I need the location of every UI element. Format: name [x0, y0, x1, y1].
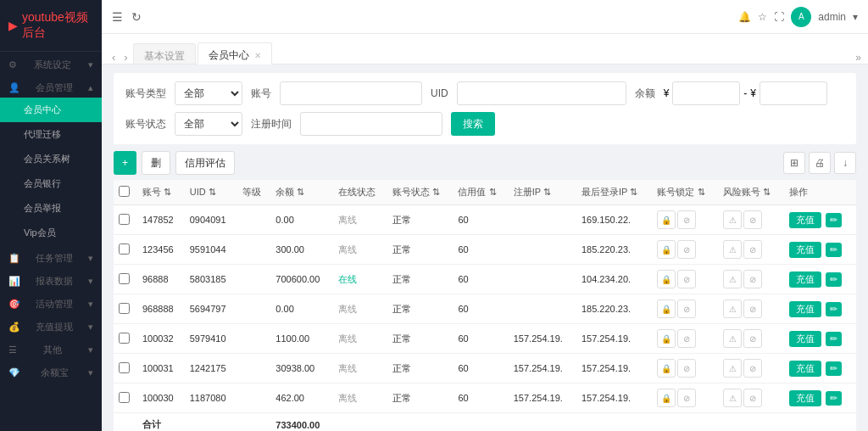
menu-toggle-icon[interactable]: ☰ — [112, 10, 123, 24]
sidebar-item-agent-transfer[interactable]: 代理迁移 — [0, 122, 102, 147]
unlock-icon-4[interactable]: ⊘ — [677, 329, 696, 348]
norisk-icon-0[interactable]: ⊘ — [743, 210, 762, 229]
risk-icon-5[interactable]: ⚠ — [723, 359, 742, 378]
sidebar-item-activity-management[interactable]: 🎯 活动管理 ▾ — [0, 291, 102, 314]
tab-basic-settings[interactable]: 基本设置 — [133, 43, 196, 64]
toolbar-right: ⊞ 🖨 ↓ — [783, 152, 856, 174]
table-row: 96888 5803185 700600.00 在线 正常 60 104.234… — [114, 265, 856, 294]
cell-uid-0: 0904091 — [185, 205, 238, 235]
risk-icon-0[interactable]: ⚠ — [723, 210, 742, 229]
unlock-icon-6[interactable]: ⊘ — [677, 389, 696, 407]
edit-btn-5[interactable]: ✏ — [826, 361, 842, 376]
row-checkbox-3[interactable] — [119, 303, 130, 314]
recharge-btn-6[interactable]: 充值 — [789, 390, 821, 406]
sidebar-item-member-management[interactable]: 👤 会员管理 ▴ — [0, 75, 102, 98]
print-icon[interactable]: 🖨 — [809, 152, 831, 174]
row-checkbox-6[interactable] — [119, 392, 130, 403]
lock-icon-0[interactable]: 🔒 — [657, 210, 676, 229]
risk-icon-3[interactable]: ⚠ — [723, 299, 742, 318]
comment-button[interactable]: 信用评估 — [175, 151, 235, 175]
risk-icon-2[interactable]: ⚠ — [723, 270, 742, 288]
norisk-icon-3[interactable]: ⊘ — [743, 299, 762, 318]
star-icon[interactable]: ☆ — [758, 11, 767, 23]
cell-risk-0: ⚠ ⊘ — [718, 205, 784, 235]
sidebar-item-vip-member[interactable]: Vip会员 — [0, 221, 102, 245]
recharge-btn-0[interactable]: 充值 — [789, 212, 821, 228]
risk-icon-6[interactable]: ⚠ — [723, 389, 742, 407]
sidebar-item-recharge[interactable]: 💰 充值提现 ▾ — [0, 314, 102, 337]
norisk-icon-6[interactable]: ⊘ — [743, 389, 762, 407]
agent-transfer-label: 代理迁移 — [24, 128, 61, 141]
risk-icon-1[interactable]: ⚠ — [723, 240, 742, 259]
export-icon[interactable]: ↓ — [834, 152, 856, 174]
edit-btn-3[interactable]: ✏ — [826, 302, 842, 316]
sidebar-item-member-relation[interactable]: 会员关系树 — [0, 147, 102, 171]
unlock-icon-5[interactable]: ⊘ — [677, 359, 696, 378]
unlock-icon-3[interactable]: ⊘ — [677, 299, 696, 318]
sidebar-item-balance-treasure[interactable]: 💎 余额宝 ▾ — [0, 360, 102, 383]
unlock-icon-0[interactable]: ⊘ — [677, 210, 696, 229]
sidebar-item-other[interactable]: ☰ 其他 ▾ — [0, 337, 102, 360]
uid-input[interactable] — [457, 81, 626, 105]
edit-btn-2[interactable]: ✏ — [826, 272, 842, 287]
tabs-more-btn[interactable]: » — [855, 52, 861, 64]
admin-dropdown-icon[interactable]: ▾ — [853, 11, 858, 23]
edit-btn-6[interactable]: ✏ — [826, 391, 842, 406]
lock-icon-2[interactable]: 🔒 — [657, 270, 676, 288]
recharge-btn-4[interactable]: 充值 — [789, 331, 821, 347]
norisk-icon-4[interactable]: ⊘ — [743, 329, 762, 348]
norisk-icon-1[interactable]: ⊘ — [743, 240, 762, 259]
cell-reg-ip-1 — [509, 235, 576, 265]
sidebar-item-task-management[interactable]: 📋 任务管理 ▾ — [0, 245, 102, 268]
search-button[interactable]: 搜索 — [451, 112, 495, 136]
row-checkbox-0[interactable] — [119, 214, 130, 225]
edit-btn-4[interactable]: ✏ — [826, 332, 842, 346]
account-no-input[interactable] — [280, 81, 422, 105]
recharge-btn-3[interactable]: 充值 — [789, 301, 821, 317]
tab-nav-back[interactable]: ‹ — [108, 51, 119, 64]
balance-min-input[interactable] — [672, 81, 740, 105]
lock-icon-6[interactable]: 🔒 — [657, 389, 676, 407]
reg-time-label: 注册时间 — [251, 117, 292, 132]
select-all-checkbox[interactable] — [119, 186, 130, 197]
table-row: 147852 0904091 0.00 离线 正常 60 169.150.22.… — [114, 205, 856, 235]
row-checkbox-1[interactable] — [119, 243, 130, 255]
balance-max-input[interactable] — [760, 81, 827, 105]
row-checkbox-4[interactable] — [119, 333, 130, 344]
cell-status-0: 正常 — [387, 205, 453, 235]
delete-button[interactable]: 删 — [142, 151, 170, 175]
account-type-select[interactable]: 全部 — [175, 81, 242, 105]
bell-icon[interactable]: 🔔 — [738, 11, 751, 23]
add-button[interactable]: + — [114, 151, 136, 175]
row-checkbox-2[interactable] — [119, 273, 130, 284]
tab-member-center-close[interactable]: ✕ — [254, 51, 261, 60]
account-status-select[interactable]: 全部 — [175, 112, 242, 136]
unlock-icon-1[interactable]: ⊘ — [677, 240, 696, 259]
lock-icon-4[interactable]: 🔒 — [657, 329, 676, 348]
sidebar-item-member-report[interactable]: 会员举报 — [0, 196, 102, 221]
norisk-icon-5[interactable]: ⊘ — [743, 359, 762, 378]
recharge-btn-2[interactable]: 充值 — [789, 271, 821, 288]
lock-icon-1[interactable]: 🔒 — [657, 240, 676, 259]
unlock-icon-2[interactable]: ⊘ — [677, 270, 696, 288]
lock-icon-3[interactable]: 🔒 — [657, 299, 676, 318]
sidebar-item-system-settings[interactable]: ⚙ 系统设定 ▾ — [0, 52, 102, 75]
table-settings-icon[interactable]: ⊞ — [783, 152, 805, 174]
edit-btn-1[interactable]: ✏ — [826, 243, 842, 257]
row-checkbox-5[interactable] — [119, 362, 130, 373]
recharge-btn-5[interactable]: 充值 — [789, 361, 821, 377]
edit-btn-0[interactable]: ✏ — [826, 213, 842, 227]
refresh-icon[interactable]: ↻ — [131, 10, 142, 24]
risk-icon-4[interactable]: ⚠ — [723, 329, 742, 348]
sidebar-item-member-bank[interactable]: 会员银行 — [0, 171, 102, 196]
total-label: 合计 — [137, 413, 185, 432]
tab-member-center[interactable]: 会员中心 ✕ — [198, 42, 272, 64]
fullscreen-icon[interactable]: ⛶ — [774, 11, 784, 23]
tab-nav-forward[interactable]: › — [120, 51, 131, 64]
recharge-btn-1[interactable]: 充值 — [789, 242, 821, 258]
reg-time-input[interactable] — [300, 112, 442, 136]
sidebar-item-member-center[interactable]: 会员中心 — [0, 98, 102, 122]
norisk-icon-2[interactable]: ⊘ — [743, 270, 762, 288]
sidebar-item-report-data[interactable]: 📊 报表数据 ▾ — [0, 268, 102, 291]
lock-icon-5[interactable]: 🔒 — [657, 359, 676, 378]
